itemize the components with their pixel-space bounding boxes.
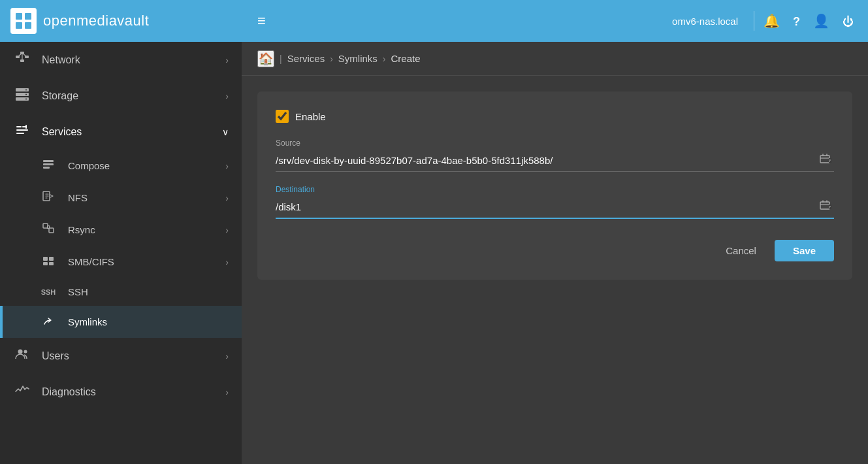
services-chevron-icon: ∨ — [222, 127, 229, 137]
home-icon: 🏠 — [259, 52, 273, 65]
enable-row: Enable — [276, 110, 834, 123]
power-icon: ⏻ — [843, 16, 854, 28]
save-button[interactable]: Save — [775, 240, 834, 261]
sidebar-item-diagnostics-label: Diagnostics — [42, 386, 215, 398]
user-icon: 👤 — [813, 14, 829, 28]
logo-area: openmediavault — [10, 8, 252, 34]
symlinks-icon — [39, 314, 57, 329]
sidebar-item-smb-cifs[interactable]: SMB/CIFS › — [0, 246, 242, 278]
browse-icon — [820, 156, 831, 167]
breadcrumb: 🏠 | Services › Symlinks › Create — [242, 42, 868, 76]
storage-icon — [13, 87, 31, 105]
notifications-button[interactable]: 🔔 — [760, 9, 784, 33]
sidebar-item-rsync[interactable]: Rsync › — [0, 214, 242, 246]
sidebar-item-services[interactable]: Services ∨ — [0, 114, 242, 150]
smb-icon — [39, 254, 57, 269]
svg-point-16 — [25, 99, 27, 100]
network-chevron-icon: › — [225, 55, 229, 65]
source-field-group: Source — [276, 139, 834, 172]
svg-line-8 — [18, 53, 22, 57]
source-field-label: Source — [276, 139, 834, 148]
svg-rect-29 — [820, 156, 829, 163]
nfs-icon — [39, 190, 57, 205]
bell-icon: 🔔 — [764, 14, 780, 28]
form-card: Enable Source Destination — [257, 91, 852, 280]
svg-rect-24 — [49, 257, 54, 261]
destination-input-row — [276, 198, 834, 219]
source-input[interactable] — [276, 154, 817, 167]
svg-rect-25 — [43, 262, 48, 265]
sidebar-item-compose-label: Compose — [68, 160, 215, 171]
sidebar-item-ssh-label: SSH — [68, 286, 229, 297]
svg-rect-1 — [25, 13, 31, 20]
destination-field-group: Destination — [276, 185, 834, 219]
sidebar-item-ssh[interactable]: SSH SSH — [0, 278, 242, 306]
sidebar-item-symlinks-label: Symlinks — [68, 316, 229, 327]
source-browse-button[interactable] — [817, 152, 834, 169]
svg-point-15 — [25, 94, 27, 95]
users-chevron-icon: › — [225, 351, 229, 361]
compose-icon — [39, 158, 57, 173]
diagnostics-icon — [13, 383, 31, 401]
breadcrumb-symlinks[interactable]: Symlinks — [338, 53, 378, 64]
cancel-button[interactable]: Cancel — [715, 240, 767, 261]
destination-browse-button[interactable] — [817, 198, 834, 215]
svg-rect-22 — [49, 228, 54, 233]
breadcrumb-services[interactable]: Services — [287, 53, 325, 64]
smb-chevron-icon: › — [225, 257, 229, 267]
breadcrumb-sep-3: › — [383, 54, 386, 64]
sidebar-item-diagnostics[interactable]: Diagnostics › — [0, 374, 242, 410]
ssh-icon: SSH — [39, 288, 57, 296]
enable-checkbox[interactable] — [276, 110, 289, 123]
nfs-chevron-icon: › — [225, 193, 229, 203]
rsync-icon — [39, 222, 57, 237]
svg-rect-0 — [16, 13, 22, 20]
sidebar-item-compose[interactable]: Compose › — [0, 150, 242, 182]
topbar: openmediavault ≡ omv6-nas.local 🔔 ? 👤 ⏻ — [0, 0, 868, 42]
sidebar: Network › Storage › Services ∨ Compose › — [0, 42, 242, 464]
sidebar-item-rsync-label: Rsync — [68, 224, 215, 235]
network-icon — [13, 51, 31, 69]
svg-rect-31 — [820, 202, 829, 209]
breadcrumb-create: Create — [391, 53, 421, 64]
sidebar-item-network[interactable]: Network › — [0, 42, 242, 78]
svg-line-9 — [22, 53, 27, 57]
svg-rect-18 — [43, 163, 54, 165]
breadcrumb-sep-2: › — [330, 54, 333, 64]
logo-icon — [10, 8, 37, 34]
help-button[interactable]: ? — [789, 10, 804, 33]
sidebar-item-nfs-label: NFS — [68, 192, 215, 203]
power-button[interactable]: ⏻ — [839, 10, 858, 33]
svg-rect-26 — [49, 262, 54, 265]
sidebar-item-storage-label: Storage — [42, 90, 215, 102]
svg-rect-3 — [25, 22, 31, 29]
svg-rect-23 — [43, 257, 48, 261]
menu-button[interactable]: ≡ — [252, 7, 271, 35]
compose-chevron-icon: › — [225, 161, 229, 171]
content-area: 🏠 | Services › Symlinks › Create Enable … — [242, 42, 868, 464]
form-actions: Cancel Save — [276, 240, 834, 261]
sidebar-item-symlinks[interactable]: Symlinks — [0, 306, 242, 338]
user-button[interactable]: 👤 — [809, 9, 833, 33]
sidebar-item-nfs[interactable]: NFS › — [0, 182, 242, 214]
breadcrumb-home-button[interactable]: 🏠 — [257, 50, 274, 67]
hostname: omv6-nas.local — [672, 16, 738, 27]
dest-browse-icon — [820, 202, 831, 213]
sidebar-item-users[interactable]: Users › — [0, 338, 242, 374]
svg-point-28 — [24, 350, 27, 354]
source-input-row — [276, 152, 834, 172]
diagnostics-chevron-icon: › — [225, 387, 229, 397]
breadcrumb-sep-1: | — [280, 54, 282, 64]
rsync-chevron-icon: › — [225, 225, 229, 235]
sidebar-item-storage[interactable]: Storage › — [0, 78, 242, 114]
users-icon — [13, 347, 31, 365]
svg-rect-17 — [43, 160, 54, 162]
svg-point-14 — [25, 90, 27, 91]
services-icon — [13, 123, 31, 141]
sidebar-item-users-label: Users — [42, 350, 215, 362]
help-icon: ? — [793, 15, 800, 28]
sidebar-item-network-label: Network — [42, 54, 215, 66]
topbar-icons: 🔔 ? 👤 ⏻ — [760, 9, 858, 33]
destination-input[interactable] — [276, 200, 817, 214]
destination-field-label: Destination — [276, 185, 834, 194]
